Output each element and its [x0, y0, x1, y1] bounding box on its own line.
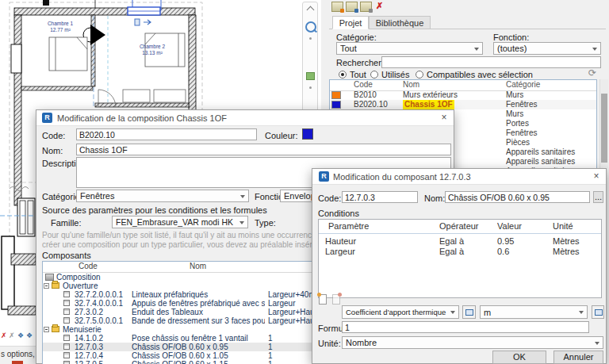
famille-value: FEN_Embrasure_VAR modi HK	[116, 217, 236, 227]
collapse-minus-icon[interactable]	[44, 327, 49, 332]
tree-code: 12.7.0.3	[75, 343, 103, 351]
composants-label: Composants	[42, 251, 91, 260]
code-field[interactable]	[76, 128, 257, 140]
formule-field[interactable]	[342, 321, 589, 333]
dialog1-titlebar[interactable]: R Modification de la composition Chassis…	[36, 110, 454, 126]
component-icon	[63, 317, 70, 324]
fonction-dropdown[interactable]: (toutes)	[493, 42, 601, 55]
delete-condition-icon[interactable]	[332, 294, 340, 305]
radio-utilises[interactable]	[370, 71, 378, 79]
new-composition-icon[interactable]	[331, 2, 343, 12]
header-parametre[interactable]: Paramètre	[328, 221, 431, 231]
condition-row[interactable]: Hauteur Egal à 0.95 Mètres	[319, 236, 601, 247]
annuler-button[interactable]: Annuler	[553, 351, 603, 364]
component-icon	[63, 291, 70, 297]
status-icon-4[interactable]: ❖	[26, 331, 33, 339]
close-icon[interactable]: ×	[437, 112, 451, 124]
nav-dot-icon[interactable]	[309, 86, 312, 89]
status-icon-3[interactable]: ❖	[17, 331, 24, 339]
delete-composition-icon[interactable]: ✗	[374, 1, 385, 11]
header-operateur[interactable]: Opérateur	[439, 221, 490, 231]
radio-utilises-label: Utilisés	[381, 70, 409, 79]
tree-nom: Châssis OF/OB 0.60 x 1.15	[132, 360, 265, 364]
status-icon-2[interactable]: ✗	[9, 331, 15, 339]
tree-header-nom[interactable]: Nom	[190, 262, 237, 271]
tab-bibliotheque[interactable]: Bibliothèque	[369, 16, 431, 29]
chevron-down-icon	[579, 311, 584, 314]
zoom-wheel-icon[interactable]	[305, 21, 316, 33]
window-symbol-left[interactable]	[11, 44, 21, 73]
radio-compatibles-label: Compatibles avec sélection	[427, 70, 533, 79]
browse-button[interactable]: ...	[593, 191, 603, 203]
couleur-label: Couleur:	[265, 131, 298, 140]
room2-area: 13.13 m²	[142, 50, 163, 56]
pan-icon[interactable]	[306, 72, 315, 80]
ok-button[interactable]: OK	[492, 351, 546, 364]
unit-value: m	[484, 308, 576, 317]
edit-composition-icon[interactable]	[360, 2, 372, 12]
header-code[interactable]: Code	[354, 80, 401, 90]
close-icon[interactable]: ×	[589, 171, 603, 182]
chevron-down-icon	[450, 311, 455, 314]
nav-dot-icon[interactable]	[309, 37, 312, 40]
room1-area: 12.77 m²	[50, 27, 71, 33]
nom-field[interactable]	[76, 144, 451, 155]
grid-tick	[43, 0, 49, 6]
nom-field[interactable]	[445, 191, 590, 203]
code-field[interactable]	[342, 191, 418, 203]
cell-valeur: 0.6	[497, 247, 545, 256]
revit-app-icon: R	[42, 113, 52, 123]
conditions-table: Paramètre Opérateur Valeur Unité Hauteur…	[318, 219, 602, 298]
cell-operateur: Egal à	[439, 247, 490, 256]
copy-composition-icon[interactable]	[346, 2, 358, 12]
search-input[interactable]	[381, 56, 601, 68]
table-header: Code Nom Catégorie	[330, 80, 596, 91]
header-unite[interactable]: Unité	[553, 221, 596, 231]
color-swatch-button[interactable]	[302, 128, 313, 140]
cell-categorie: Pièces	[506, 138, 596, 148]
folder-icon	[52, 326, 59, 332]
cell-categorie: Appareils sanitaires	[506, 148, 596, 157]
header-categorie[interactable]: Catégorie	[506, 80, 596, 90]
tree-header-code[interactable]: Code	[79, 262, 126, 271]
section-detail-drawing	[0, 187, 36, 316]
tree-code: 32.7.4.0.0.0.1	[75, 299, 123, 308]
add-condition-icon[interactable]	[319, 294, 327, 305]
collapse-icon[interactable]	[307, 6, 315, 14]
type-label: Type:	[255, 218, 276, 228]
tab-projet[interactable]: Projet	[332, 16, 369, 29]
table-row[interactable]: B2010 Murs extérieurs Murs	[330, 90, 596, 100]
categorie-dropdown[interactable]: Fenêtres	[76, 190, 249, 202]
radio-tout[interactable]	[339, 71, 347, 79]
unit-dropdown[interactable]: m	[480, 305, 588, 319]
revit-app-window: Chambre 1 12.77 m² Chambre 2 13.13 m² ✗ …	[0, 0, 609, 364]
tree-code: 12.7.0.4	[75, 351, 103, 360]
tree-nom: Bande de dressement sur 3 faces pour pos…	[132, 316, 265, 325]
status-icon-1[interactable]: ✗	[1, 331, 7, 339]
tree-nom: Châssis OF/OB 0.60 x 0.95	[132, 343, 265, 351]
header-valeur[interactable]: Valeur	[497, 221, 545, 231]
scrollbar-thumb[interactable]	[601, 94, 607, 163]
categorie-dropdown[interactable]: Tout	[336, 42, 483, 55]
unite-dropdown[interactable]: Nombre	[342, 336, 603, 349]
code-label: Code:	[42, 131, 65, 140]
tree-code: 27.3.0.2	[75, 308, 103, 316]
cell-categorie: Portes	[506, 119, 596, 128]
insert-unit-button[interactable]	[592, 305, 604, 319]
parameter-value: Coefficient d'apport thermique solaire	[346, 308, 447, 316]
collapse-minus-icon[interactable]	[44, 283, 49, 289]
radio-compatibles[interactable]	[416, 71, 423, 79]
cell-operateur: Egal à	[439, 236, 490, 246]
dialog2-titlebar[interactable]: R Modification du composant 12.7.0.3 ×	[312, 169, 606, 185]
parameter-dropdown[interactable]: Coefficient d'apport thermique solaire	[342, 305, 459, 319]
refresh-icon[interactable]: ⟳	[588, 67, 596, 79]
cell-categorie: Fenêtres	[506, 100, 596, 109]
insert-parameter-button[interactable]	[462, 305, 476, 319]
window-flip-controls[interactable]	[135, 19, 151, 25]
folder-icon	[52, 282, 59, 289]
header-nom[interactable]: Nom	[403, 80, 504, 90]
famille-dropdown[interactable]: FEN_Embrasure_VAR modi HK	[112, 216, 248, 228]
cell-code: B2010	[354, 90, 401, 100]
table-row-selected[interactable]: B2020.10 Chassis 1OF Fenêtres	[330, 100, 596, 109]
condition-row[interactable]: Largeur Egal à 0.6 Mètres	[319, 247, 601, 257]
